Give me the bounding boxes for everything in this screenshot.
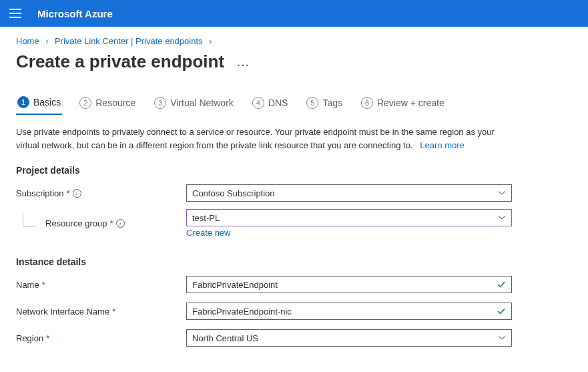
tab-label: Tags: [322, 98, 342, 108]
tab-resource[interactable]: 2 Resource: [78, 96, 137, 115]
tab-label: Virtual Network: [170, 98, 234, 108]
chevron-right-icon: ›: [41, 37, 52, 46]
required-indicator: *: [67, 188, 70, 198]
name-field[interactable]: [192, 280, 493, 290]
check-icon: [497, 280, 506, 289]
hamburger-icon[interactable]: [9, 9, 21, 18]
breadcrumb-private-link-center[interactable]: Private Link Center | Private endpoints: [55, 36, 203, 46]
tab-dns[interactable]: 4 DNS: [251, 96, 290, 115]
chevron-down-icon: [498, 334, 506, 342]
tab-label: Basics: [33, 97, 61, 108]
resource-group-select[interactable]: test-PL: [186, 209, 512, 226]
nic-name-field[interactable]: [192, 307, 493, 317]
label-nic-name: Network Interface Name *: [16, 307, 186, 317]
create-new-rg-link[interactable]: Create new: [186, 228, 230, 238]
tab-tags[interactable]: 5 Tags: [305, 96, 344, 115]
required-indicator: *: [42, 280, 45, 290]
nic-name-input[interactable]: [186, 303, 512, 320]
tab-review-create[interactable]: 6 Review + create: [360, 96, 446, 115]
section-project-details: Project details: [16, 152, 518, 182]
intro-text-block: Use private endpoints to privately conne…: [16, 126, 518, 152]
tab-label: Review + create: [377, 98, 445, 108]
tab-basics[interactable]: 1 Basics: [16, 96, 62, 115]
brand-label: Microsoft Azure: [37, 8, 113, 19]
check-icon: [497, 307, 506, 316]
field-resource-group: Resource group * i test-PL Create new: [16, 209, 518, 238]
required-indicator: *: [112, 307, 115, 317]
tab-step-num: 6: [361, 97, 373, 109]
breadcrumb-home[interactable]: Home: [16, 36, 39, 46]
label: Subscription: [16, 188, 64, 198]
chevron-right-icon: ›: [205, 37, 216, 46]
breadcrumb: Home › Private Link Center | Private end…: [0, 27, 588, 49]
required-indicator: *: [46, 333, 49, 343]
tab-label: DNS: [268, 98, 288, 108]
wizard-tabs: 1 Basics 2 Resource 3 Virtual Network 4 …: [0, 73, 588, 116]
chevron-down-icon: [498, 189, 506, 197]
tabpanel-basics: Use private endpoints to privately conne…: [0, 116, 534, 363]
tab-step-num: 4: [252, 97, 264, 109]
chevron-down-icon: [498, 214, 506, 222]
tab-step-num: 3: [154, 97, 166, 109]
select-value: North Central US: [192, 333, 258, 343]
page-title-text: Create a private endpoint: [16, 51, 224, 72]
tab-step-num: 1: [17, 96, 29, 108]
tab-label: Resource: [95, 98, 135, 108]
label-region: Region *: [16, 333, 186, 343]
select-value: test-PL: [192, 213, 220, 223]
label: Resource group: [45, 218, 107, 228]
label-subscription: Subscription * i: [16, 188, 186, 198]
select-value: Contoso Subscription: [192, 188, 275, 198]
section-instance-details: Instance details: [16, 243, 518, 274]
field-subscription: Subscription * i Contoso Subscription: [16, 182, 518, 204]
azure-topbar: Microsoft Azure: [0, 0, 588, 27]
info-icon[interactable]: i: [73, 189, 81, 198]
tab-step-num: 5: [306, 97, 318, 109]
label: Network Interface Name: [16, 307, 109, 317]
tab-virtual-network[interactable]: 3 Virtual Network: [153, 96, 235, 115]
region-select[interactable]: North Central US: [186, 329, 512, 347]
subscription-select[interactable]: Contoso Subscription: [186, 184, 512, 202]
label: Name: [16, 280, 39, 290]
name-input[interactable]: [186, 276, 512, 293]
more-menu-icon[interactable]: …: [234, 54, 253, 69]
tab-step-num: 2: [79, 97, 91, 109]
info-icon[interactable]: i: [116, 219, 125, 228]
required-indicator: *: [110, 218, 113, 228]
label-name: Name *: [16, 280, 186, 290]
label: Region: [16, 333, 43, 343]
field-name: Name *: [16, 274, 518, 295]
page-title: Create a private endpoint …: [0, 49, 588, 73]
learn-more-link[interactable]: Learn more: [420, 140, 464, 150]
field-region: Region * North Central US: [16, 327, 518, 349]
field-nic-name: Network Interface Name *: [16, 301, 518, 322]
label-resource-group: Resource group * i: [16, 218, 186, 228]
